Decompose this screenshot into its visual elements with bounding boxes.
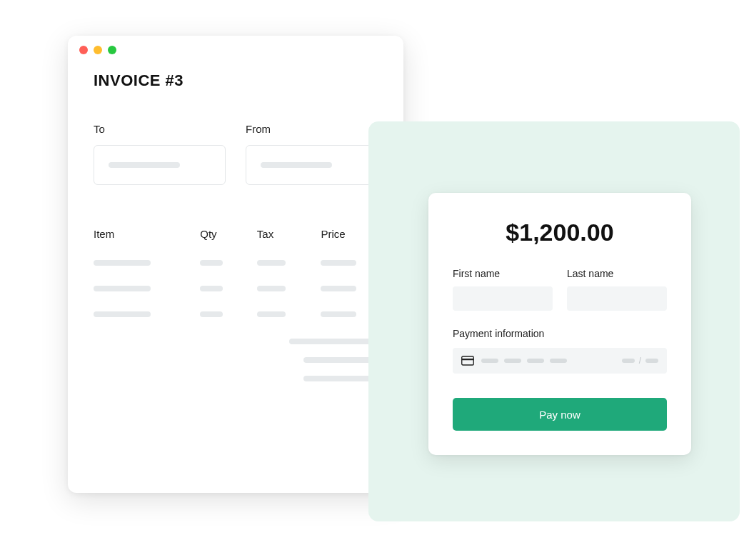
credit-card-icon [461,356,474,366]
close-icon[interactable] [79,46,88,54]
invoice-table-header: Item Qty Tax Price [94,228,378,240]
col-item: Item [94,228,200,240]
card-number-placeholder [481,359,615,363]
card-expiry-placeholder: / [622,356,658,366]
to-input[interactable] [94,145,226,185]
maximize-icon[interactable] [108,46,116,54]
table-row [94,260,378,266]
payment-amount: $1,200.00 [453,219,667,246]
first-name-label: First name [453,268,553,279]
minimize-icon[interactable] [94,46,102,54]
svg-rect-0 [462,356,474,365]
payment-card: $1,200.00 First name Last name Payment i… [428,193,691,455]
payment-info-label: Payment information [453,328,667,339]
table-row [94,311,378,317]
invoice-window: INVOICE #3 To From Item Qty Tax Price [68,36,403,493]
from-label: From [246,123,378,135]
svg-rect-1 [462,359,474,360]
pay-now-button[interactable]: Pay now [453,398,667,431]
first-name-input[interactable] [453,286,553,311]
col-qty: Qty [200,228,257,240]
table-row [94,286,378,291]
window-titlebar [68,36,403,64]
last-name-label: Last name [567,268,667,279]
invoice-title: INVOICE #3 [94,71,378,90]
col-tax: Tax [257,228,321,240]
last-name-input[interactable] [567,286,667,311]
to-label: To [94,123,226,135]
invoice-totals [94,339,378,381]
from-input[interactable] [246,145,378,185]
card-number-input[interactable]: / [453,348,667,374]
